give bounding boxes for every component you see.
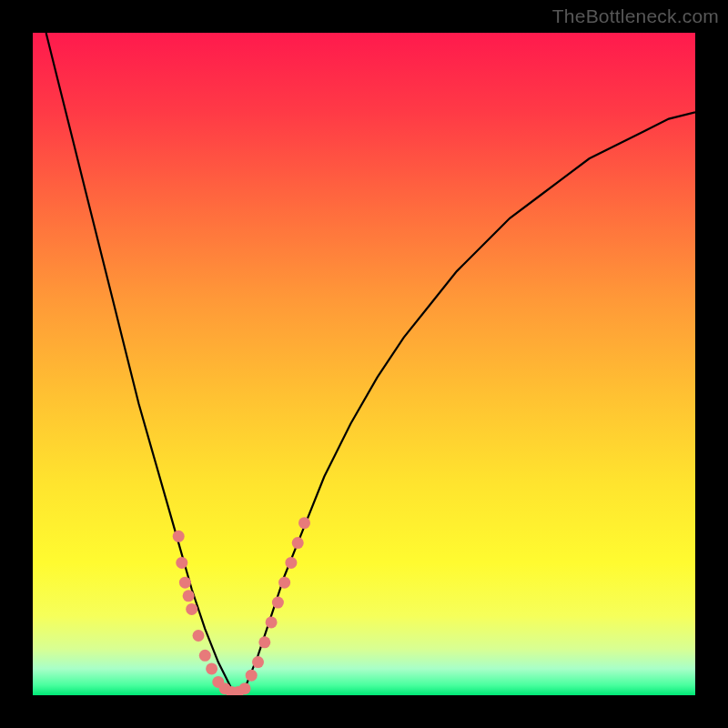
data-point [272,597,284,609]
data-point [278,577,290,589]
data-point [239,682,251,694]
data-point [258,636,270,648]
data-point [246,670,258,682]
data-points [173,517,310,695]
data-point [186,603,197,615]
data-point [173,531,185,542]
data-point [179,577,191,589]
chart-frame: TheBottleneck.com [0,0,728,728]
data-point [285,557,297,569]
curve-layer [33,33,695,695]
plot-area [33,33,695,695]
data-point [266,616,278,628]
data-point [206,662,217,674]
data-point [292,537,304,549]
watermark-text: TheBottleneck.com [552,5,719,27]
data-point [183,590,195,602]
data-point [193,630,205,642]
data-point [176,557,187,569]
data-point [199,650,211,662]
data-point [298,517,310,529]
bottleneck-curve [46,33,695,689]
data-point [252,656,264,668]
